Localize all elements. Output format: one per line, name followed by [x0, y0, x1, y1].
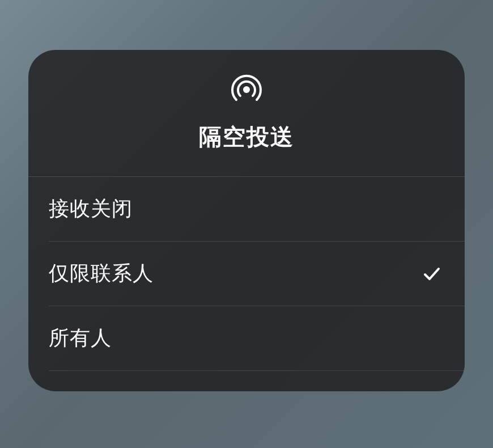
- option-receiving-off[interactable]: 接收关闭: [28, 177, 465, 241]
- option-label: 所有人: [49, 324, 112, 352]
- option-label: 接收关闭: [49, 195, 133, 223]
- option-contacts-only[interactable]: 仅限联系人: [28, 242, 465, 306]
- svg-point-0: [243, 86, 250, 93]
- option-label: 仅限联系人: [49, 260, 154, 288]
- checkmark-icon: [422, 264, 442, 284]
- bottom-spacer: [28, 371, 465, 391]
- airdrop-settings-panel: 隔空投送 接收关闭 仅限联系人 所有人: [28, 50, 465, 391]
- option-everyone[interactable]: 所有人: [28, 306, 465, 370]
- panel-title: 隔空投送: [199, 121, 294, 153]
- panel-header: 隔空投送: [28, 50, 465, 176]
- airdrop-icon: [228, 71, 265, 108]
